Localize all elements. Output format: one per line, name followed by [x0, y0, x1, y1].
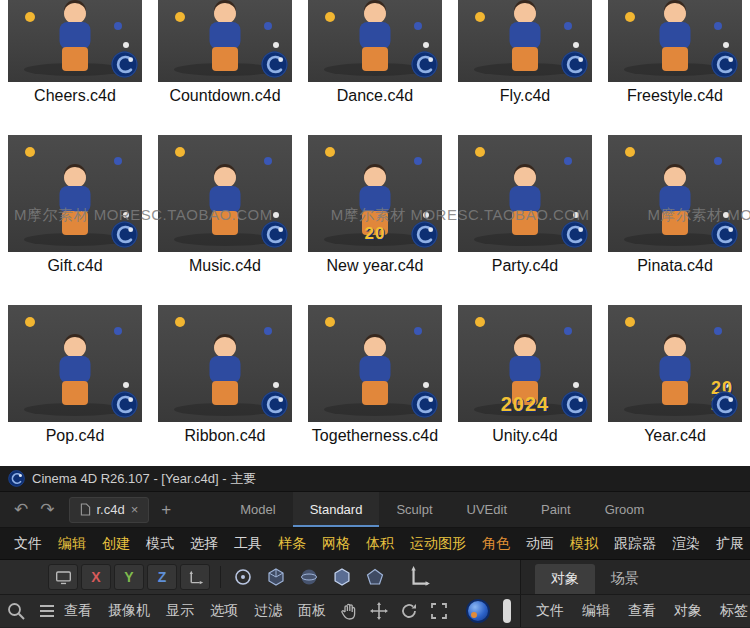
file-name[interactable]: Music.c4d [159, 255, 291, 276]
viewport-menu-display[interactable]: 显示 [158, 602, 202, 620]
magnifier-icon[interactable] [6, 601, 26, 621]
layout-tab-groom[interactable]: Groom [588, 492, 662, 527]
menu-volume[interactable]: 体积 [358, 535, 402, 553]
object-menu-tags[interactable]: 标签 [711, 602, 750, 620]
menu-create[interactable]: 创建 [94, 535, 138, 553]
file-name[interactable]: Dance.c4d [309, 85, 441, 106]
document-tab[interactable]: r.c4d × [69, 497, 150, 523]
menu-mesh[interactable]: 网格 [314, 535, 358, 553]
layout-tab-paint[interactable]: Paint [524, 492, 588, 527]
viewport-menu-filter[interactable]: 过滤 [246, 602, 290, 620]
tab-scene[interactable]: 场景 [595, 564, 655, 594]
file-name[interactable]: Fly.c4d [459, 85, 591, 106]
layout-tab-sculpt[interactable]: Sculpt [379, 492, 449, 527]
thumbnail-ribbon[interactable] [158, 305, 292, 422]
file-name[interactable]: Countdown.c4d [159, 85, 291, 106]
menu-animate[interactable]: 动画 [518, 535, 562, 553]
thumbnail-dance[interactable] [308, 0, 442, 82]
menu-tracker[interactable]: 跟踪器 [606, 535, 664, 553]
add-tab-button[interactable]: + [153, 500, 179, 520]
menu-character[interactable]: 角色 [474, 535, 518, 553]
close-tab-icon[interactable]: × [131, 502, 139, 517]
menu-mode[interactable]: 模式 [138, 535, 182, 553]
thumbnail-fly[interactable] [458, 0, 592, 82]
pan-hand-icon[interactable] [339, 601, 359, 621]
menu-render[interactable]: 渲染 [664, 535, 708, 553]
thumbnail-gift[interactable] [8, 135, 142, 252]
viewport-menu-panel[interactable]: 面板 [290, 602, 334, 620]
tab-objects[interactable]: 对象 [535, 564, 595, 594]
menu-edit[interactable]: 编辑 [50, 535, 94, 553]
menu-tools[interactable]: 工具 [226, 535, 270, 553]
character-illustration [202, 336, 248, 410]
file-name[interactable]: Pinata.c4d [609, 255, 741, 276]
thumbnail-unity[interactable]: 2024 [458, 305, 592, 422]
file-name[interactable]: Pop.c4d [9, 425, 141, 446]
layout-tab-model[interactable]: Model [223, 492, 292, 527]
layout-tab-standard[interactable]: Standard [293, 492, 380, 527]
viewport-menu-view[interactable]: 查看 [56, 602, 100, 620]
sphere-primitive-button[interactable] [294, 564, 324, 590]
rotate-view-icon[interactable] [399, 601, 419, 621]
viewport-menu-options[interactable]: 选项 [202, 602, 246, 620]
thumbnail-countdown[interactable] [158, 0, 292, 82]
document-tab-label: r.c4d [97, 502, 125, 517]
spline-pen-button[interactable] [228, 564, 258, 590]
toolbar-separator [220, 566, 221, 588]
cube-primitive-button[interactable] [261, 564, 291, 590]
thumbnail-freestyle[interactable] [608, 0, 742, 82]
object-menu-object[interactable]: 对象 [665, 602, 711, 620]
toggle-view-icon[interactable] [429, 601, 449, 621]
coordinate-system-button[interactable] [180, 564, 210, 590]
menu-select[interactable]: 选择 [182, 535, 226, 553]
file-name[interactable]: Freestyle.c4d [609, 85, 741, 106]
redo-button[interactable]: ↷ [34, 501, 60, 518]
file-name[interactable]: Unity.c4d [459, 425, 591, 446]
c4d-badge-icon [711, 391, 738, 418]
viewport-menu-cameras[interactable]: 摄像机 [100, 602, 158, 620]
file-name[interactable]: Cheers.c4d [9, 85, 141, 106]
file-name[interactable]: Year.c4d [609, 425, 741, 446]
file-cell: Ribbon.c4d [150, 305, 300, 446]
object-menu-edit[interactable]: 编辑 [573, 602, 619, 620]
menu-simulate[interactable]: 模拟 [562, 535, 606, 553]
menu-file[interactable]: 文件 [6, 535, 50, 553]
platonic-primitive-button[interactable] [327, 564, 357, 590]
object-menu-view[interactable]: 查看 [619, 602, 665, 620]
thumbnail-cheers[interactable] [8, 0, 142, 82]
character-illustration [52, 2, 98, 76]
thumbnail-pop[interactable] [8, 305, 142, 422]
thumbnail-new-year[interactable]: 20 [308, 135, 442, 252]
move-arrows-icon[interactable] [369, 601, 389, 621]
axis-lock-x-button[interactable]: X [81, 564, 111, 590]
undo-button[interactable]: ↶ [8, 501, 34, 518]
menu-spline[interactable]: 样条 [270, 535, 314, 553]
layout-tab-label: Paint [541, 502, 571, 517]
watermark-text: M摩尔素材 MORESC.TAOBAO.COM [14, 206, 273, 225]
menu-mograph[interactable]: 运动图形 [402, 535, 474, 553]
pyramid-primitive-button[interactable] [360, 564, 390, 590]
file-name[interactable]: Party.c4d [459, 255, 591, 276]
thumbnail-pinata[interactable] [608, 135, 742, 252]
file-name[interactable]: Gift.c4d [9, 255, 141, 276]
file-name[interactable]: Togetherness.c4d [309, 425, 441, 446]
window-titlebar[interactable]: Cinema 4D R26.107 - [Year.c4d] - 主要 [0, 466, 750, 492]
file-name[interactable]: Ribbon.c4d [159, 425, 291, 446]
menu-extensions[interactable]: 扩展 [708, 535, 750, 553]
vertical-scrollbar[interactable] [503, 599, 511, 623]
watermark-text: M摩尔素材 MORESC.TAOBAO.COM [331, 206, 590, 225]
layout-tab-uvedit[interactable]: UVEdit [450, 492, 524, 527]
layout-tab-label: Standard [310, 502, 363, 517]
thumbnail-party[interactable] [458, 135, 592, 252]
file-name[interactable]: New year.c4d [309, 255, 441, 276]
thumbnail-music[interactable] [158, 135, 292, 252]
object-menu-file[interactable]: 文件 [527, 602, 573, 620]
hexagon-icon [332, 567, 352, 587]
thumbnail-togetherness[interactable] [308, 305, 442, 422]
axis-lock-y-button[interactable]: Y [114, 564, 144, 590]
viewport-hamburger-icon[interactable] [38, 604, 56, 618]
thumbnail-year[interactable]: 20 24 [608, 305, 742, 422]
axis-lock-z-button[interactable]: Z [147, 564, 177, 590]
render-view-button[interactable] [48, 564, 78, 590]
navigation-ball-icon[interactable] [466, 599, 490, 623]
